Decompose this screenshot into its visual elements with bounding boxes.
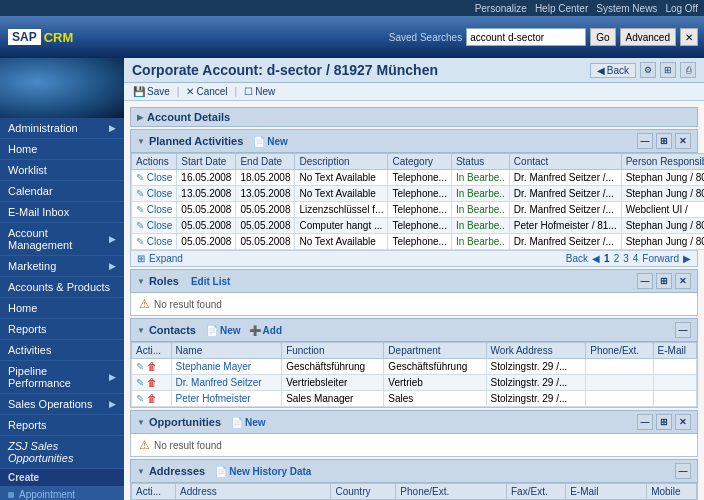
person-cell: Stephan Jung / 803... bbox=[621, 170, 704, 186]
minimize-icon[interactable]: — bbox=[637, 273, 653, 289]
action-close-link[interactable]: Close bbox=[147, 220, 173, 231]
table-row: ✎ Close 05.05.2008 05.05.2008 No Text Av… bbox=[132, 234, 705, 250]
sidebar-item-calendar[interactable]: Calendar bbox=[0, 181, 124, 202]
expand-section-icon[interactable]: ⊞ bbox=[656, 414, 672, 430]
go-button[interactable]: Go bbox=[590, 28, 615, 46]
settings-icon[interactable]: ⚙ bbox=[640, 62, 656, 78]
close-section-icon[interactable]: ✕ bbox=[675, 273, 691, 289]
contacts-add-button[interactable]: ➕ Add bbox=[249, 325, 282, 336]
category-cell: Telephone... bbox=[388, 202, 452, 218]
minimize-icon[interactable]: — bbox=[675, 463, 691, 479]
addresses-history-button[interactable]: 📄 New History Data bbox=[215, 466, 311, 477]
collapse-icon: ▼ bbox=[137, 326, 145, 335]
action-close-link[interactable]: Close bbox=[147, 236, 173, 247]
sidebar-item-reports1[interactable]: Reports bbox=[0, 319, 124, 340]
minimize-icon[interactable]: — bbox=[675, 322, 691, 338]
sidebar-item-email-inbox[interactable]: E-Mail Inbox bbox=[0, 202, 124, 223]
sidebar-item-worklist[interactable]: Worklist bbox=[0, 160, 124, 181]
sidebar-item-activities[interactable]: Activities bbox=[0, 340, 124, 361]
edit-icon[interactable]: ✎ bbox=[136, 172, 144, 183]
sidebar-item-reports2[interactable]: Reports bbox=[0, 415, 124, 436]
personalize-link[interactable]: Personalize bbox=[475, 3, 527, 14]
page-2[interactable]: 2 bbox=[614, 253, 620, 264]
col-function: Function bbox=[282, 343, 384, 359]
edit-icon[interactable]: ✎ bbox=[136, 361, 144, 372]
back-button[interactable]: ◀ Back bbox=[590, 63, 636, 78]
edit-icon[interactable]: ✎ bbox=[136, 236, 144, 247]
sidebar-item-home2[interactable]: Home bbox=[0, 298, 124, 319]
address-cell: Stolzingstr. 29 /... bbox=[486, 375, 586, 391]
planned-activities-header[interactable]: ▼ Planned Activities 📄 New — ⊞ ✕ bbox=[130, 129, 698, 153]
search-input[interactable] bbox=[466, 28, 586, 46]
action-close-link[interactable]: Close bbox=[147, 188, 173, 199]
delete-search-button[interactable]: ✕ bbox=[680, 28, 698, 46]
page-title: Corporate Account: d-sector / 81927 Münc… bbox=[132, 62, 438, 78]
sidebar-item-administration[interactable]: Administration ▶ bbox=[0, 118, 124, 139]
contacts-new-button[interactable]: 📄 New bbox=[206, 325, 241, 336]
planned-activities-content: Actions Start Date End Date Description … bbox=[130, 153, 698, 267]
trash-icon[interactable]: 🗑 bbox=[147, 393, 157, 404]
edit-icon[interactable]: ✎ bbox=[136, 188, 144, 199]
planned-activities-actions: — ⊞ ✕ bbox=[637, 133, 691, 149]
save-button[interactable]: 💾 Save bbox=[130, 85, 173, 98]
expand-section-icon[interactable]: ⊞ bbox=[656, 133, 672, 149]
cancel-button[interactable]: ✕ Cancel bbox=[183, 85, 230, 98]
sidebar-item-sales-ops[interactable]: Sales Operations ▶ bbox=[0, 394, 124, 415]
log-off-link[interactable]: Log Off bbox=[665, 3, 698, 14]
minimize-icon[interactable]: — bbox=[637, 414, 653, 430]
sidebar-item-accounts-products[interactable]: Accounts & Products bbox=[0, 277, 124, 298]
edit-list-button[interactable]: Edit List bbox=[191, 276, 230, 287]
pager-forward[interactable]: Forward bbox=[642, 253, 679, 264]
system-news-link[interactable]: System News bbox=[596, 3, 657, 14]
contacts-header[interactable]: ▼ Contacts 📄 New ➕ Add — bbox=[130, 318, 698, 342]
close-section-icon[interactable]: ✕ bbox=[675, 414, 691, 430]
page-3[interactable]: 3 bbox=[623, 253, 629, 264]
expand-icon[interactable]: ⊞ bbox=[660, 62, 676, 78]
planned-activities-new-button[interactable]: 📄 New bbox=[253, 136, 288, 147]
edit-icon[interactable]: ✎ bbox=[136, 220, 144, 231]
end-date-cell: 05.05.2008 bbox=[236, 234, 295, 250]
action-close-link[interactable]: Close bbox=[147, 204, 173, 215]
new-button[interactable]: ☐ New bbox=[241, 85, 278, 98]
desc-cell: No Text Available bbox=[295, 170, 388, 186]
expand-row[interactable]: ⊞ Expand Back ◀ 1 2 3 4 Forward ▶ bbox=[131, 250, 697, 266]
arrow-icon: ▶ bbox=[109, 234, 116, 244]
help-center-link[interactable]: Help Center bbox=[535, 3, 588, 14]
print-icon[interactable]: ⎙ bbox=[680, 62, 696, 78]
expand-section-icon[interactable]: ⊞ bbox=[656, 273, 672, 289]
content-header: Corporate Account: d-sector / 81927 Münc… bbox=[124, 58, 704, 83]
cancel-icon: ✕ bbox=[186, 86, 194, 97]
trash-icon[interactable]: 🗑 bbox=[147, 361, 157, 372]
sidebar-item-marketing[interactable]: Marketing ▶ bbox=[0, 256, 124, 277]
col-fax: Fax/Ext. bbox=[507, 484, 566, 500]
sidebar-item-account-management[interactable]: Account Management ▶ bbox=[0, 223, 124, 256]
edit-icon[interactable]: ✎ bbox=[136, 393, 144, 404]
warning-icon: ⚠ bbox=[139, 438, 150, 452]
opportunities-header[interactable]: ▼ Opportunities 📄 New — ⊞ ✕ bbox=[130, 410, 698, 434]
edit-icon[interactable]: ✎ bbox=[136, 377, 144, 388]
sidebar-item-home[interactable]: Home bbox=[0, 139, 124, 160]
trash-icon[interactable]: 🗑 bbox=[147, 377, 157, 388]
logo-bar: SAP CRM Saved Searches Go Advanced ✕ bbox=[0, 16, 704, 58]
person-cell: Stephan Jung / 803... bbox=[621, 234, 704, 250]
advanced-button[interactable]: Advanced bbox=[620, 28, 676, 46]
page-4[interactable]: 4 bbox=[633, 253, 639, 264]
col-description: Description bbox=[295, 154, 388, 170]
pager-back[interactable]: Back bbox=[566, 253, 588, 264]
sidebar-item-pipeline[interactable]: Pipeline Performance ▶ bbox=[0, 361, 124, 394]
contact-name-link[interactable]: Stephanie Mayer bbox=[176, 361, 252, 372]
action-close-link[interactable]: Close bbox=[147, 172, 173, 183]
page-1[interactable]: 1 bbox=[604, 253, 610, 264]
create-appointment[interactable]: Appointment bbox=[0, 486, 124, 500]
col-mobile: Mobile bbox=[647, 484, 697, 500]
opportunities-new-button[interactable]: 📄 New bbox=[231, 417, 266, 428]
roles-header[interactable]: ▼ Roles Edit List — ⊞ ✕ bbox=[130, 269, 698, 293]
close-section-icon[interactable]: ✕ bbox=[675, 133, 691, 149]
contact-name-link[interactable]: Peter Hofmeister bbox=[176, 393, 251, 404]
edit-icon[interactable]: ✎ bbox=[136, 204, 144, 215]
minimize-icon[interactable]: — bbox=[637, 133, 653, 149]
addresses-header[interactable]: ▼ Addresses 📄 New History Data — bbox=[130, 459, 698, 483]
sidebar-item-zsj[interactable]: ZSJ Sales Opportunities bbox=[0, 436, 124, 469]
contact-name-link[interactable]: Dr. Manfred Seitzer bbox=[176, 377, 262, 388]
account-details-header[interactable]: ▶ Account Details bbox=[130, 107, 698, 127]
